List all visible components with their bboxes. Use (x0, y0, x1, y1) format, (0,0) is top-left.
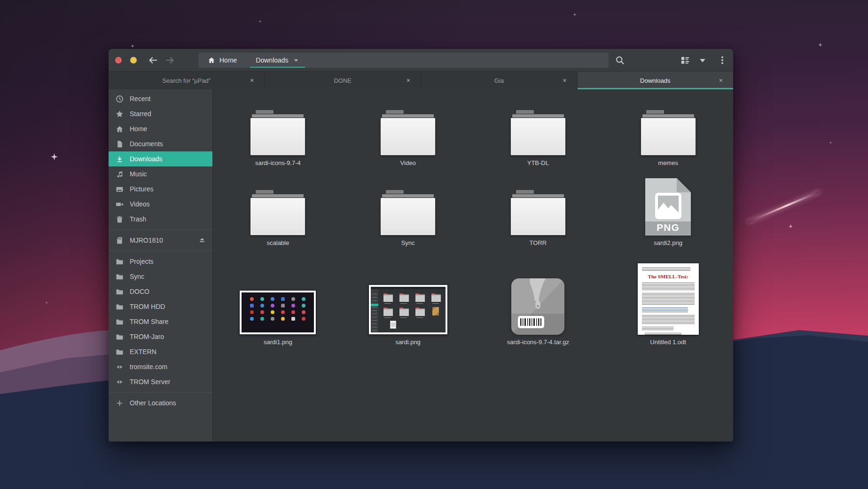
file-item[interactable]: Sync (343, 183, 473, 246)
sidebar-label: Projects (130, 258, 154, 265)
folder-icon (116, 333, 124, 341)
music-note-icon (116, 170, 124, 178)
folder-icon (639, 110, 697, 156)
sidebar-item-home[interactable]: Home (109, 121, 212, 136)
file-name: sardi-icons-9.7-4.tar.gz (507, 339, 569, 346)
sidebar-item-doco[interactable]: DOCO (109, 284, 212, 299)
sidebar-item-pictures[interactable]: Pictures (109, 181, 212, 197)
sidebar-label: tromsite.com (130, 363, 167, 371)
image-thumbnail (368, 284, 448, 335)
sidebar-item-trom-server[interactable]: TROM Server (109, 374, 212, 389)
sidebar-label: Trash (130, 215, 146, 223)
file-manager-window: Home Downloads Search for “µPad” × DONE … (109, 49, 733, 442)
file-item[interactable]: YTB-DL (473, 103, 603, 166)
tab-close-icon[interactable]: × (250, 77, 254, 84)
sidebar-item-projects[interactable]: Projects (109, 254, 212, 269)
sidebar-label: TROM Share (130, 318, 168, 325)
sidebar-item-videos[interactable]: Videos (109, 197, 212, 212)
sidebar-item-downloads[interactable]: Downloads (109, 151, 212, 166)
network-icon (116, 378, 124, 386)
recent-icon (116, 95, 124, 103)
file-item[interactable]: scalable (213, 183, 343, 246)
path-segment-home[interactable]: Home (198, 53, 246, 68)
forward-arrow-icon[interactable] (165, 55, 175, 65)
path-current-label: Downloads (256, 56, 288, 64)
sidebar-item-extern[interactable]: EXTERN (109, 344, 212, 359)
view-options-caret-icon[interactable] (698, 55, 707, 65)
file-item[interactable]: Video (343, 103, 473, 166)
close-window-button[interactable] (115, 57, 122, 63)
back-arrow-icon[interactable] (148, 55, 157, 65)
file-item[interactable]: The SMELL-Test: Untitled 1.odt (603, 263, 733, 346)
sidebar-item-music[interactable]: Music (109, 166, 212, 181)
menu-kebab-icon[interactable] (718, 55, 727, 65)
sidebar-label: Home (130, 125, 147, 133)
sidebar-label: Music (130, 170, 147, 178)
folder-icon (379, 110, 437, 156)
sidebar-label: Documents (130, 140, 163, 148)
sidebar-label: TROM Server (130, 378, 170, 386)
path-segment-current[interactable]: Downloads (246, 53, 308, 68)
sidebar-item-tromsite[interactable]: tromsite.com (109, 359, 212, 374)
tab-downloads[interactable]: Downloads × (578, 71, 734, 89)
file-name: memes (658, 159, 678, 166)
sidebar-item-mjro1810[interactable]: MJRO1810 (109, 233, 212, 248)
picture-icon (116, 185, 124, 193)
tab-gia[interactable]: Gia × (421, 71, 578, 89)
sidebar-item-trom-share[interactable]: TROM Share (109, 314, 212, 329)
sidebar-label: Videos (130, 200, 150, 208)
minimize-window-button[interactable] (130, 57, 137, 63)
network-icon (116, 363, 124, 371)
document-thumbnail: The SMELL-Test: (638, 263, 699, 335)
document-preview-title: The SMELL-Test: (642, 274, 695, 279)
sidebar-item-sync[interactable]: Sync (109, 269, 212, 284)
folder-icon (116, 318, 124, 326)
star-icon (116, 110, 124, 118)
sidebar-item-trash[interactable]: Trash (109, 212, 212, 227)
sidebar-item-documents[interactable]: Documents (109, 136, 212, 151)
file-item[interactable]: PNG sardi2.png (603, 183, 733, 246)
tab-close-icon[interactable]: × (719, 77, 723, 84)
sidebar-label: Pictures (130, 185, 154, 193)
sidebar-item-other-locations[interactable]: Other Locations (109, 395, 212, 410)
sidebar-item-trom-hdd[interactable]: TROM HDD (109, 299, 212, 314)
search-icon[interactable] (615, 55, 625, 65)
file-item[interactable]: memes (603, 103, 733, 166)
titlebar: Home Downloads (109, 49, 733, 71)
sidebar-divider (109, 229, 212, 230)
tab-search[interactable]: Search for “µPad” × (109, 71, 265, 89)
file-item[interactable]: sardi-icons-9.7-4 (213, 103, 343, 166)
eject-icon[interactable] (198, 237, 206, 244)
file-grid: sardi-icons-9.7-4 Video YTB-DL memes sca… (213, 89, 733, 442)
sidebar-label: TROM-Jaro (130, 333, 164, 340)
view-mode-icon[interactable] (680, 55, 690, 65)
path-active-underline (250, 67, 305, 68)
chevron-down-icon (293, 57, 299, 63)
file-item[interactable]: TORR (473, 183, 603, 246)
folder-icon (116, 303, 124, 311)
sidebar-label: EXTERN (130, 348, 156, 355)
download-icon (116, 155, 124, 163)
tab-label: DONE (334, 77, 352, 84)
sidebar-item-recent[interactable]: Recent (109, 91, 212, 106)
folder-icon (116, 273, 124, 281)
tab-label: Downloads (640, 77, 670, 84)
folder-icon (116, 348, 124, 356)
sidebar-item-trom-jaro[interactable]: TROM-Jaro (109, 329, 212, 344)
archive-icon (511, 278, 564, 335)
sidebar-item-starred[interactable]: Starred (109, 106, 212, 121)
tab-done[interactable]: DONE × (265, 71, 422, 89)
file-item[interactable]: sardi1.png (213, 263, 343, 346)
image-thumbnail (239, 290, 316, 335)
tab-close-icon[interactable]: × (407, 77, 410, 84)
sidebar-divider (109, 392, 212, 393)
sidebar-divider (109, 251, 212, 251)
tab-label: Gia (494, 77, 504, 84)
video-camera-icon (116, 200, 124, 208)
folder-icon (249, 189, 307, 236)
file-item[interactable]: sardi-icons-9.7-4.tar.gz (473, 263, 603, 346)
file-item[interactable]: sardi.png (343, 263, 473, 346)
sidebar-label: Sync (130, 273, 144, 280)
tab-close-icon[interactable]: × (563, 77, 566, 84)
folder-icon (379, 189, 437, 236)
